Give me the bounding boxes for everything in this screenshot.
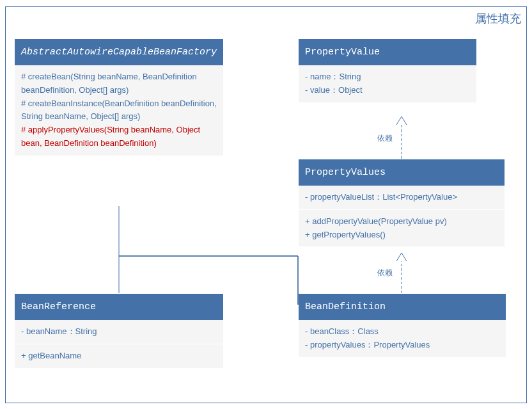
class-header: PropertyValues — [299, 159, 505, 186]
method-item: # createBeanInstance(BeanDefinition bean… — [21, 97, 217, 124]
class-header: PropertyValue — [299, 39, 476, 65]
dependency-label: 依赖 — [377, 268, 393, 278]
class-body: # createBean(String beanName, BeanDefini… — [15, 65, 223, 156]
attribute-item: - name：String — [305, 70, 470, 84]
class-header: BeanDefinition — [299, 294, 506, 320]
class-bean-reference: BeanReference - beanName：String + getBea… — [14, 293, 224, 369]
method-item: + getPropertyValues() — [305, 229, 498, 242]
class-body: - name：String - value：Object — [299, 65, 476, 102]
class-body: - propertyValueList：List<PropertyValue> … — [299, 186, 505, 246]
class-abstract-autowire-capable-bean-factory: AbstractAutowireCapableBeanFactory # cre… — [14, 38, 224, 156]
class-methods: + addPropertyValue(PropertyValue pv) + g… — [299, 209, 505, 247]
class-property-values: PropertyValues - propertyValueList：List<… — [298, 159, 505, 247]
class-methods: # createBean(String beanName, BeanDefini… — [15, 65, 223, 156]
method-item: + addPropertyValue(PropertyValue pv) — [305, 215, 498, 229]
attribute-item: - beanName：String — [21, 325, 217, 339]
method-item: # createBean(String beanName, BeanDefini… — [21, 70, 217, 97]
attribute-item: - value：Object — [305, 84, 470, 97]
attribute-item: - beanClass：Class — [305, 325, 499, 339]
method-item-highlight: # applyPropertyValues(String beanName, O… — [21, 124, 217, 150]
class-attributes: - beanName：String — [15, 320, 223, 344]
method-item: + getBeanName — [21, 349, 217, 363]
class-attributes: - name：String - value：Object — [299, 65, 476, 102]
diagram-title: 属性填充 — [475, 11, 521, 26]
class-property-value: PropertyValue - name：String - value：Obje… — [298, 38, 477, 103]
class-body: - beanClass：Class - propertyValues：Prope… — [299, 320, 506, 357]
class-header: BeanReference — [15, 294, 223, 320]
class-attributes: - propertyValueList：List<PropertyValue> — [299, 186, 505, 209]
attribute-item: - propertyValueList：List<PropertyValue> — [305, 191, 498, 204]
class-attributes: - beanClass：Class - propertyValues：Prope… — [299, 320, 506, 357]
class-body: - beanName：String + getBeanName — [15, 320, 223, 368]
class-methods: + getBeanName — [15, 344, 223, 368]
class-bean-definition: BeanDefinition - beanClass：Class - prope… — [298, 293, 506, 358]
class-header: AbstractAutowireCapableBeanFactory — [15, 39, 223, 65]
dependency-label: 依赖 — [377, 133, 393, 144]
attribute-item: - propertyValues：PropertyValues — [305, 339, 499, 352]
